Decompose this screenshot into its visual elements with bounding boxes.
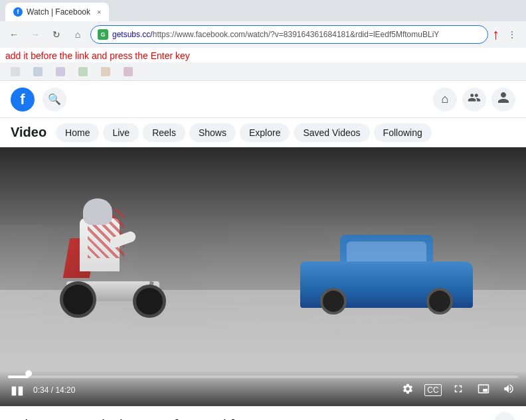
nav-pill-shows[interactable]: Shows [189, 123, 236, 142]
tab-favicon: f [13, 7, 23, 17]
back-button[interactable]: ← [5, 26, 23, 43]
captions-button[interactable]: CC [424, 381, 442, 399]
video-title: CHiPs Season 1 Episode 13 Part 1 [Superc… [11, 417, 235, 421]
bookmarks-bar-item-3[interactable] [50, 64, 70, 79]
miniplayer-icon [478, 383, 489, 397]
tab-title: Watch | Facebook [27, 7, 90, 17]
browser-chrome: f Watch | Facebook × ← → ↻ ⌂ G getsubs.c… [0, 0, 526, 81]
annotation-text: add it before the link and press the Ent… [0, 48, 526, 62]
progress-bar-wrap [8, 376, 518, 378]
miniplayer-button[interactable] [474, 381, 493, 399]
bookmarks-bar-item-5[interactable] [96, 64, 116, 79]
nav-pill-explore[interactable]: Explore [240, 123, 290, 142]
video-section-title: Video [11, 125, 46, 140]
video-controls: ▮▮ 0:34 / 14:20 CC [0, 370, 526, 406]
fullscreen-button[interactable] [449, 381, 468, 399]
red-arrow-icon: ↑ [492, 27, 499, 42]
bookmarks-bar-item-4[interactable] [73, 64, 93, 79]
progress-bar[interactable] [8, 376, 518, 378]
more-icon: ··· [499, 417, 510, 420]
browser-tabs-row: f Watch | Facebook × [0, 0, 526, 21]
facebook-logo-letter: f [20, 91, 25, 108]
current-time: 0:34 [33, 385, 48, 395]
bookmarks-bar-item[interactable] [5, 64, 25, 79]
home-icon: ⌂ [442, 92, 449, 106]
motorcycle-group [53, 212, 186, 318]
progress-dot [25, 370, 32, 377]
facebook-header: f 🔍 ⌂ [0, 81, 526, 118]
bike-wheel-front [133, 285, 166, 318]
friends-icon [468, 91, 481, 107]
extensions-button[interactable]: ⋮ [503, 26, 521, 43]
video-footer: CHiPs Season 1 Episode 13 Part 1 [Superc… [0, 406, 526, 420]
bookmark-icon-4 [78, 67, 88, 76]
more-options-button[interactable]: ··· [494, 412, 515, 420]
address-rest: https://www.facebook.com/watch/?v=839164… [153, 30, 440, 39]
bookmark-icon-6 [124, 67, 133, 76]
video-player[interactable]: ▮▮ 0:34 / 14:20 CC [0, 147, 526, 406]
fullscreen-icon [452, 383, 464, 397]
bookmark-icon-3 [56, 67, 65, 76]
nav-pill-reels[interactable]: Reels [143, 123, 185, 142]
browser-nav-row: ← → ↻ ⌂ G getsubs.cc/https://www.faceboo… [0, 21, 526, 48]
volume-button[interactable] [499, 381, 518, 399]
bookmarks-bar [0, 62, 526, 81]
browser-tab[interactable]: f Watch | Facebook × [5, 3, 109, 21]
address-bar[interactable]: G getsubs.cc/https://www.facebook.com/wa… [90, 25, 488, 44]
nav-pill-following[interactable]: Following [374, 123, 432, 142]
captions-icon: CC [424, 384, 441, 396]
blue-car [300, 242, 473, 308]
play-pause-button[interactable]: ▮▮ [8, 381, 27, 399]
reload-button[interactable]: ↻ [48, 26, 65, 43]
tab-close-button[interactable]: × [97, 8, 101, 16]
profile-nav-button[interactable] [491, 88, 515, 111]
bike-frame [53, 271, 173, 318]
home-button[interactable]: ⌂ [69, 26, 86, 43]
forward-button[interactable]: → [27, 26, 44, 43]
volume-icon [503, 383, 515, 397]
car-wheel-right [426, 288, 453, 315]
bookmark-icon-5 [101, 67, 110, 76]
address-prefix: getsubs.cc/ [112, 30, 153, 39]
home-nav-button[interactable]: ⌂ [433, 88, 457, 111]
bike-wheel-back [60, 281, 96, 318]
settings-icon [402, 383, 414, 397]
nav-pill-home[interactable]: Home [56, 123, 99, 142]
profile-icon [497, 91, 510, 107]
controls-row: ▮▮ 0:34 / 14:20 CC [8, 381, 518, 399]
facebook-logo[interactable]: f [11, 88, 35, 111]
settings-button[interactable] [398, 381, 417, 399]
nav-pill-live[interactable]: Live [103, 123, 139, 142]
video-navigation: Video Home Live Reels Shows Explore Save… [0, 118, 526, 147]
bookmark-icon [11, 67, 20, 76]
bookmarks-bar-item-2[interactable] [28, 64, 48, 79]
site-icon: G [98, 29, 108, 40]
header-icons: ⌂ [433, 88, 515, 111]
progress-bar-fill [8, 376, 29, 378]
facebook-search-button[interactable]: 🔍 [43, 88, 66, 111]
time-display: 0:34 / 14:20 [33, 385, 75, 395]
red-arrow-indicator: ↑ [492, 27, 499, 42]
car-wheel-left [320, 288, 347, 315]
bookmark-icon-2 [33, 67, 43, 76]
bookmarks-bar-item-6[interactable] [118, 64, 138, 79]
video-scene [0, 147, 526, 406]
rider-helmet [83, 198, 112, 225]
pause-icon: ▮▮ [11, 383, 24, 397]
search-icon: 🔍 [48, 93, 61, 105]
total-time: 14:20 [55, 385, 75, 395]
address-text: getsubs.cc/https://www.facebook.com/watc… [112, 30, 481, 39]
friends-nav-button[interactable] [462, 88, 486, 111]
nav-pill-saved-videos[interactable]: Saved Videos [294, 123, 369, 142]
